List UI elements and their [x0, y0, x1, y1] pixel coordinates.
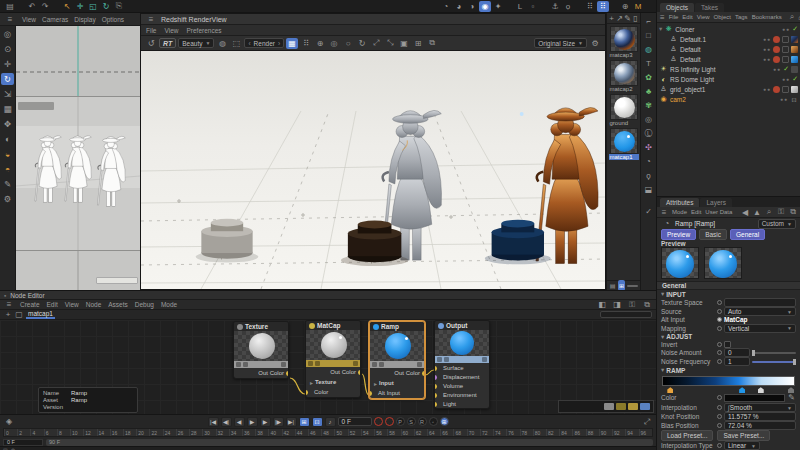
lasso-select-icon[interactable]: ⊙ [1, 43, 14, 55]
ne-add-tab-icon[interactable]: + [4, 309, 12, 320]
tree-row-cloner[interactable]: ▾❋ Cloner ●●✓ [657, 24, 800, 34]
material-name[interactable]: matcap1 [609, 154, 639, 160]
ne-panel-right-icon[interactable]: ◨ [613, 299, 621, 310]
generator-icon[interactable]: ✾ [643, 100, 655, 111]
tree-row-default2[interactable]: ♙ Default●● [657, 44, 800, 54]
scale-icon[interactable]: ⇲ [1, 88, 14, 100]
grid-layout-b-icon[interactable]: ⠿ [597, 1, 609, 12]
undo-icon[interactable]: ↶ [26, 1, 38, 12]
tab-layers[interactable]: Layers [700, 198, 732, 207]
renderview-titlebar[interactable]: ≡ Redshift RenderView [141, 14, 605, 25]
compare-wipe-icon[interactable]: ⧉ [426, 38, 438, 49]
node-search-input[interactable] [600, 311, 652, 318]
status-gear-icon[interactable]: ⚙ [11, 447, 15, 450]
ramp-color-swatch[interactable] [724, 394, 785, 402]
noise-amount-field[interactable]: 0 [724, 348, 750, 357]
next-key-button[interactable]: |▶ [273, 417, 284, 427]
source-port[interactable] [717, 309, 722, 314]
matcap-tag-icon[interactable] [791, 46, 798, 53]
material-tag-icon[interactable] [773, 56, 780, 63]
key-rotation-icon[interactable]: R [418, 417, 427, 426]
eyedropper-icon[interactable]: ✎ [787, 392, 796, 403]
om-menu-file[interactable]: File [669, 14, 679, 20]
view-button-basic[interactable]: Basic [699, 229, 727, 240]
volume-icon[interactable]: ✣ [643, 142, 655, 153]
tree-row-default1[interactable]: ♙ Default.1●● [657, 34, 800, 44]
scale-tool-icon[interactable]: ◱ [87, 1, 99, 12]
interpolation-type-port[interactable] [717, 443, 722, 448]
camera-active-icon[interactable]: ⊡ [790, 94, 798, 105]
cloner-tool-icon[interactable]: ♣ [643, 86, 655, 97]
key-parameter-icon[interactable]: ◦ [429, 417, 438, 426]
enabled-check-icon[interactable]: ✓ [792, 25, 798, 33]
output-displacement-port[interactable] [434, 375, 437, 380]
tab-attributes[interactable]: Attributes [660, 198, 699, 207]
compare-a-icon[interactable]: ▣ [398, 38, 410, 49]
om-menu-edit[interactable]: Edit [682, 14, 692, 20]
ne-menu-create[interactable]: Create [20, 301, 40, 308]
material-size-slider[interactable] [627, 285, 638, 287]
model-mode-icon[interactable]: ▦ [1, 103, 14, 115]
goto-start-button[interactable]: |◀ [208, 417, 219, 427]
timeline-expand-icon[interactable]: ⤢ [641, 416, 653, 427]
node-graph-canvas[interactable]: Texture Out Color MatCap Out Color ▸ Tex… [0, 320, 656, 415]
output-surface-port[interactable] [434, 366, 437, 371]
rotate-icon[interactable]: ↻ [1, 73, 14, 85]
knot-position-port[interactable] [717, 414, 722, 419]
last-tool-icon[interactable]: ⎘ [113, 1, 125, 12]
ne-node-icon[interactable]: ▢ [15, 309, 23, 320]
material-preview-thumb[interactable] [704, 247, 742, 279]
viewport-menu-cameras[interactable]: Cameras [42, 16, 68, 23]
snap-icon[interactable]: ⚓ [549, 1, 561, 12]
scene-icon[interactable]: ⬓ [643, 184, 655, 195]
ramp-color-port[interactable] [717, 395, 722, 400]
grid-layout-a-icon[interactable]: ⠿ [584, 1, 596, 12]
ramp-knot-black[interactable] [667, 387, 673, 393]
status-grid-icon[interactable]: ▤ [3, 447, 8, 450]
viewport-menu-icon[interactable]: ≡ [4, 14, 16, 25]
texture-space-field[interactable] [724, 298, 796, 307]
pen-icon[interactable]: ✎ [1, 178, 14, 190]
invert-port[interactable] [717, 342, 722, 347]
preset-dropdown[interactable]: Custom▼ [758, 219, 796, 229]
tree-row-dome-light[interactable]: ◐ RS Dome Light ●●✓ [657, 74, 800, 84]
zoom-size-dropdown[interactable]: Original Size▼ [534, 38, 587, 48]
record-active-objects-icon[interactable] [385, 417, 394, 426]
bias-position-port[interactable] [717, 423, 722, 428]
material-item-selected[interactable]: matcap1 [607, 126, 640, 160]
am-lock-icon[interactable]: ⚿ [777, 207, 785, 218]
render-settings-icon[interactable]: ◉ [479, 1, 491, 12]
material-load-icon[interactable]: ↗ [616, 13, 623, 24]
compare-b-icon[interactable]: ⊞ [412, 38, 424, 49]
view-button-general[interactable]: General [730, 229, 765, 240]
material-item[interactable]: ground [607, 92, 640, 126]
key-scale-icon[interactable]: S [407, 417, 416, 426]
output-environment-port[interactable] [434, 393, 437, 398]
confirm-icon[interactable]: ✓ [643, 206, 655, 217]
snapshot-icon[interactable]: ◍ [216, 38, 228, 49]
layout-menu-icon[interactable]: ▤ [4, 1, 16, 12]
autokey-icon[interactable]: ◈ [3, 416, 15, 427]
matcap-outcolor-port[interactable] [358, 370, 361, 375]
am-menu-icon[interactable]: ≡ [660, 207, 668, 218]
focus-pick-icon[interactable]: ⊕ [314, 38, 326, 49]
record-keyframe-icon[interactable] [374, 417, 383, 426]
ramp-knot-blue[interactable] [739, 387, 745, 393]
cube-primitive-icon[interactable]: □ [643, 30, 655, 41]
am-search-icon[interactable]: ⌕ [765, 207, 773, 218]
sphere-primitive-icon[interactable]: ◍ [643, 44, 655, 55]
ramp-group-header[interactable]: RAMP [666, 367, 685, 374]
key-pla-icon[interactable]: ⊞ [440, 417, 449, 426]
mograph-icon[interactable]: M [632, 1, 644, 12]
node-editor-tab-matcap1[interactable]: matcap1 [26, 310, 55, 319]
om-search-icon[interactable]: ⌕ [790, 12, 794, 23]
material-item[interactable]: matcap2 [607, 58, 640, 92]
viewport-menu-view[interactable]: View [22, 16, 36, 23]
next-frame-button[interactable]: ▶ [260, 417, 271, 427]
ramp-knot-delete[interactable] [788, 387, 794, 393]
ne-panel-left-icon[interactable]: ◧ [598, 299, 606, 310]
play-button[interactable]: ▶ [247, 417, 258, 427]
material-item[interactable]: matcap3 [607, 24, 640, 58]
light-tag-icon[interactable] [791, 66, 798, 73]
save-preset-button[interactable]: Save Preset... [717, 430, 770, 441]
